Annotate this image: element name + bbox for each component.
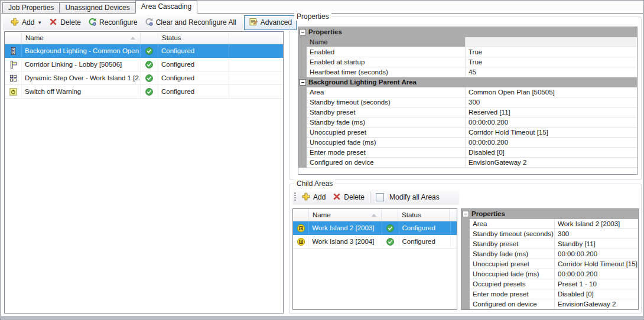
list-row[interactable]: Work Island 2 [2003]Configured <box>293 221 457 235</box>
empty-column-header[interactable] <box>450 209 457 221</box>
child-delete-button[interactable]: Delete <box>329 190 367 205</box>
name-column-header[interactable]: Name <box>309 209 382 221</box>
grid-gutter <box>298 158 307 168</box>
property-row[interactable]: Name <box>298 37 637 47</box>
property-label: Standby preset <box>307 107 466 117</box>
property-value[interactable]: 300 <box>466 97 637 107</box>
modify-all-checkbox[interactable] <box>376 193 384 201</box>
icon-column-header[interactable] <box>5 32 22 44</box>
grid-gutter <box>461 259 470 269</box>
property-label: Standby fade (ms) <box>307 117 466 128</box>
list-row[interactable]: Dynamic Step Over - Work Island 1 [2...C… <box>5 71 283 85</box>
property-label: Enter mode preset <box>307 148 466 158</box>
property-value[interactable]: 00:00:00.200 <box>555 249 638 259</box>
category-label: Properties <box>470 209 505 219</box>
property-value[interactable]: Common Open Plan [50505] <box>466 87 637 97</box>
property-label: Configured on device <box>470 299 555 309</box>
property-value[interactable]: Standby [11] <box>555 239 638 249</box>
property-row[interactable]: Occupied presetsPreset 1 - 10 <box>461 279 638 289</box>
status-column-header[interactable]: Status <box>398 209 450 221</box>
property-value[interactable]: Preset 1 - 10 <box>555 279 638 289</box>
status-column-header[interactable]: Status <box>158 32 229 44</box>
property-label: Unoccupied preset <box>307 128 466 138</box>
property-row[interactable]: EnabledTrue <box>298 47 637 57</box>
row-filler <box>229 71 283 84</box>
property-value[interactable]: True <box>466 47 637 57</box>
property-row[interactable]: AreaWork Island 2 [2003] <box>461 219 638 229</box>
reconfigure-icon <box>87 17 97 28</box>
delete-button[interactable]: Delete <box>45 15 84 30</box>
child-properties-grid: PropertiesAreaWork Island 2 [2003]Standb… <box>461 208 639 310</box>
property-value[interactable]: 00:00:00.200 <box>466 117 637 128</box>
advanced-edit-icon <box>249 17 258 28</box>
property-value[interactable]: Corridor Hold Timeout [15] <box>466 128 637 138</box>
list-header: Name Status <box>5 32 283 44</box>
property-value[interactable]: 45 <box>466 67 637 77</box>
collapse-icon[interactable] <box>300 29 306 35</box>
property-label: Occupied presets <box>470 279 555 289</box>
property-row[interactable]: Unoccupied presetCorridor Hold Timeout [… <box>461 259 638 269</box>
reconfigure-button[interactable]: Reconfigure <box>84 15 141 30</box>
property-row[interactable]: AreaCommon Open Plan [50505] <box>298 87 637 97</box>
collapse-icon[interactable] <box>463 211 469 217</box>
property-value[interactable]: EnvisionGateway 2 <box>466 158 637 168</box>
property-row[interactable]: Configured on deviceEnvisionGateway 2 <box>298 158 637 168</box>
property-row[interactable]: Heartbeat timer (seconds)45 <box>298 67 637 77</box>
property-row[interactable]: Unoccupied fade (ms)00:00:00.200 <box>461 269 638 279</box>
property-value[interactable]: Disabled [0] <box>466 148 637 158</box>
list-row[interactable]: Work Island 3 [2004]Configured <box>293 235 457 249</box>
tab-unassigned-devices[interactable]: Unassigned Devices <box>59 2 135 13</box>
grid-gutter <box>461 219 470 229</box>
empty-column-header[interactable] <box>229 32 283 44</box>
window-bottom-border <box>1 316 643 319</box>
property-value[interactable]: 300 <box>555 229 638 239</box>
property-row[interactable]: Standby presetReserved [11] <box>298 107 637 117</box>
status-ok-icon <box>382 235 399 248</box>
property-row[interactable]: Configured on deviceEnvisionGateway 2 <box>461 299 638 309</box>
list-row[interactable]: Switch off WarningConfigured <box>5 85 283 99</box>
property-label: Standby timeout (seconds) <box>307 97 466 107</box>
list-row[interactable]: Background Lighting - Common Open ...Con… <box>5 44 283 58</box>
toolbar-grip[interactable] <box>294 192 296 202</box>
property-row[interactable]: Standby timeout (seconds)300 <box>461 229 638 239</box>
property-row[interactable]: Unoccupied fade (ms)00:00:00.200 <box>298 138 637 148</box>
row-filler <box>451 235 457 248</box>
property-value[interactable]: 00:00:00.200 <box>555 269 638 279</box>
main-toolbar: Add ▼ Delete Reconfigure Clear and Recon… <box>3 15 283 30</box>
clear-reconfigure-icon <box>144 17 154 28</box>
status-icon-column-header[interactable] <box>382 209 398 221</box>
status-ok-icon <box>141 85 158 98</box>
tab-job-properties[interactable]: Job Properties <box>2 2 60 13</box>
collapse-icon[interactable] <box>300 79 306 86</box>
property-row[interactable]: Standby presetStandby [11] <box>461 239 638 249</box>
property-value[interactable]: Work Island 2 [2003] <box>555 219 638 229</box>
list-row[interactable]: Corridor Linking - Lobby [50506]Configur… <box>5 58 283 71</box>
property-value[interactable]: Corridor Hold Timeout [15] <box>555 259 638 269</box>
property-value[interactable]: EnvisionGateway 2 <box>555 299 638 309</box>
child-add-button[interactable]: Add <box>298 190 328 205</box>
property-row[interactable]: Standby fade (ms)00:00:00.200 <box>461 249 638 259</box>
row-status: Configured <box>158 71 229 84</box>
property-row[interactable]: Enabled at startupTrue <box>298 57 637 67</box>
property-value[interactable]: True <box>466 57 637 67</box>
property-row[interactable]: Standby fade (ms)00:00:00.200 <box>298 117 637 128</box>
property-row[interactable]: Enter mode presetDisabled [0] <box>298 148 637 158</box>
tab-area-cascading[interactable]: Area Cascading <box>135 1 197 14</box>
grid-gutter <box>298 128 307 138</box>
add-button[interactable]: Add ▼ <box>7 15 45 30</box>
name-column-header[interactable]: Name <box>22 32 141 44</box>
property-value[interactable]: Disabled [0] <box>555 289 638 299</box>
row-filler <box>229 44 283 57</box>
property-value[interactable]: Reserved [11] <box>466 107 637 117</box>
clear-and-reconfigure-all-button[interactable]: Clear and Reconfigure All <box>141 15 239 30</box>
grid-gutter <box>298 77 307 87</box>
status-icon-column-header[interactable] <box>141 32 158 44</box>
property-row[interactable]: Unoccupied presetCorridor Hold Timeout [… <box>298 128 637 138</box>
property-row[interactable]: Enter mode presetDisabled [0] <box>461 289 638 299</box>
property-label: Enter mode preset <box>470 289 555 299</box>
property-row[interactable]: Standby timeout (seconds)300 <box>298 97 637 107</box>
icon-column-header[interactable] <box>293 209 309 221</box>
modify-all-areas-toggle[interactable]: Modify all Areas <box>373 191 443 203</box>
property-value[interactable]: 00:00:00.200 <box>466 138 637 148</box>
property-value[interactable] <box>466 37 637 47</box>
